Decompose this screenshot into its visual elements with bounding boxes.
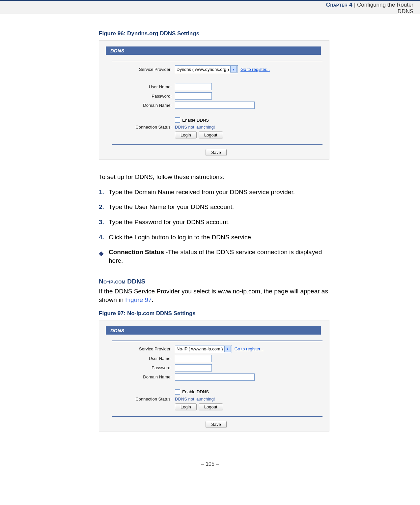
username-input[interactable] [175,83,212,90]
divider [112,341,322,341]
enable-ddns-label: Enable DDNS [182,389,209,394]
password-row: Password: [106,92,322,100]
ddns-noip-screenshot: DDNS Service Provider: No-IP ( www.no-ip… [99,320,329,431]
username-row: User Name: [106,83,322,90]
service-provider-row: Service Provider: No-IP ( www.no-ip.com … [106,345,322,353]
domain-label: Domain Name: [106,374,175,379]
domain-row: Domain Name: [106,373,322,381]
save-row: Save [112,421,322,428]
service-provider-label: Service Provider: [106,67,175,72]
domain-input[interactable] [175,373,255,381]
divider [112,61,322,61]
figure-97-xref[interactable]: Figure 97 [125,296,152,303]
step-4: 4.Click the Login button to log in to th… [99,233,329,242]
panel-title: DDNS [106,326,321,335]
connection-status-label: Connection Status: [106,125,175,130]
panel-title: DDNS [106,46,321,55]
enable-ddns-checkbox[interactable] [175,389,180,395]
header-title: Configuring the Router [357,2,413,8]
steps-list: 1.Type the Domain Name received from you… [99,188,329,242]
step-num: 2. [99,203,104,211]
chapter-label: Chapter 4 [326,2,352,8]
username-input[interactable] [175,355,212,362]
bullet-label: Connection Status [109,249,164,255]
header-subtitle: DDNS [398,8,413,15]
status-row: Connection Status: DDNS not launching! [106,125,322,130]
login-buttons-row: Login Logout [106,403,322,410]
login-buttons-row: Login Logout [106,132,322,138]
domain-input[interactable] [175,102,255,109]
divider [112,416,322,417]
enable-ddns-label: Enable DDNS [182,118,209,123]
step-num: 4. [99,233,104,242]
noip-paragraph: If the DDNS Service Provider you select … [99,287,329,304]
domain-label: Domain Name: [106,103,175,108]
logout-button[interactable]: Logout [199,132,223,138]
noip-section-heading: No-ip.com DDNS [99,278,329,285]
logout-button[interactable]: Logout [199,403,223,410]
service-provider-row: Service Provider: Dyndns ( www.dyndns.or… [106,65,322,73]
password-input[interactable] [175,364,212,371]
chevron-down-icon[interactable]: ▾ [230,66,237,73]
connection-status-label: Connection Status: [106,397,175,401]
save-row: Save [112,149,322,156]
header-separator: | [354,2,355,8]
connection-status-value: DDNS not launching! [175,397,215,401]
service-provider-label: Service Provider: [106,346,175,351]
step-text: Type the Domain Name received from your … [109,189,295,195]
login-button[interactable]: Login [175,132,197,138]
step-1: 1.Type the Domain Name received from you… [99,188,329,196]
connection-status-value: DDNS not launching! [175,125,215,130]
service-provider-select[interactable]: Dyndns ( www.dyndns.org ) ▾ [175,65,238,73]
figure-97-caption: Figure 97: No-ip.com DDNS Settings [99,310,329,317]
chevron-down-icon[interactable]: ▾ [224,346,231,352]
connection-status-bullet: ◆ Connection Status -The status of the D… [99,248,329,265]
service-provider-select[interactable]: No-IP ( www.no-ip.com ) ▾ [175,345,232,353]
register-link[interactable]: Go to register... [240,67,270,72]
step-text: Type the User Name for your DDNS account… [109,203,234,210]
step-num: 3. [99,218,104,226]
step-text: Type the Password for your DDNS account. [109,219,230,225]
diamond-bullet-icon: ◆ [99,249,104,258]
enable-row: Enable DDNS [106,389,322,395]
step-text: Click the Login button to log in to the … [109,234,253,241]
step-num: 1. [99,188,104,196]
service-provider-value: No-IP ( www.no-ip.com ) [177,346,223,351]
username-label: User Name: [106,356,175,361]
step-3: 3.Type the Password for your DDNS accoun… [99,218,329,226]
service-provider-value: Dyndns ( www.dyndns.org ) [177,67,229,72]
ddns-dyndns-screenshot: DDNS Service Provider: Dyndns ( www.dynd… [99,40,329,160]
header-text: Chapter 4 | Configuring the Router DDNS [326,2,413,15]
login-button[interactable]: Login [175,403,197,410]
password-label: Password: [106,365,175,370]
username-label: User Name: [106,84,175,89]
status-row: Connection Status: DDNS not launching! [106,397,322,401]
password-input[interactable] [175,92,212,100]
divider [112,144,322,145]
noip-text-b: . [152,296,154,303]
page-number: – 105 – [0,461,420,467]
register-link[interactable]: Go to register... [235,346,264,351]
figure-96-caption: Figure 96: Dyndns.org DDNS Settings [99,30,329,37]
enable-row: Enable DDNS [106,117,322,123]
save-button[interactable]: Save [206,421,227,428]
intro-paragraph: To set up for DDNS, follow these instruc… [99,173,329,181]
username-row: User Name: [106,355,322,362]
save-button[interactable]: Save [206,149,227,156]
password-row: Password: [106,364,322,371]
enable-ddns-checkbox[interactable] [175,117,180,123]
page-body: Figure 96: Dyndns.org DDNS Settings DDNS… [99,14,329,431]
step-2: 2.Type the User Name for your DDNS accou… [99,203,329,211]
page-header: Chapter 4 | Configuring the Router DDNS [0,0,420,14]
domain-row: Domain Name: [106,102,322,109]
password-label: Password: [106,94,175,99]
